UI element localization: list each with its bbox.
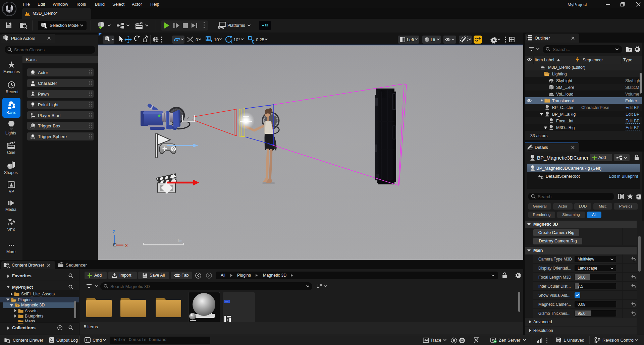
svg-text:Left: Left [407, 37, 414, 42]
svg-text:Lit: Lit [431, 37, 435, 42]
svg-text:10°: 10° [233, 37, 240, 42]
svg-text:Z: Z [113, 230, 115, 234]
svg-text:FAB: FAB [175, 274, 180, 277]
svg-text:X: X [125, 243, 128, 248]
svg-text:1m: 1m [177, 239, 182, 243]
svg-text:0: 0 [196, 37, 198, 42]
svg-text:0.25: 0.25 [256, 37, 264, 42]
svg-text:10: 10 [214, 37, 219, 42]
